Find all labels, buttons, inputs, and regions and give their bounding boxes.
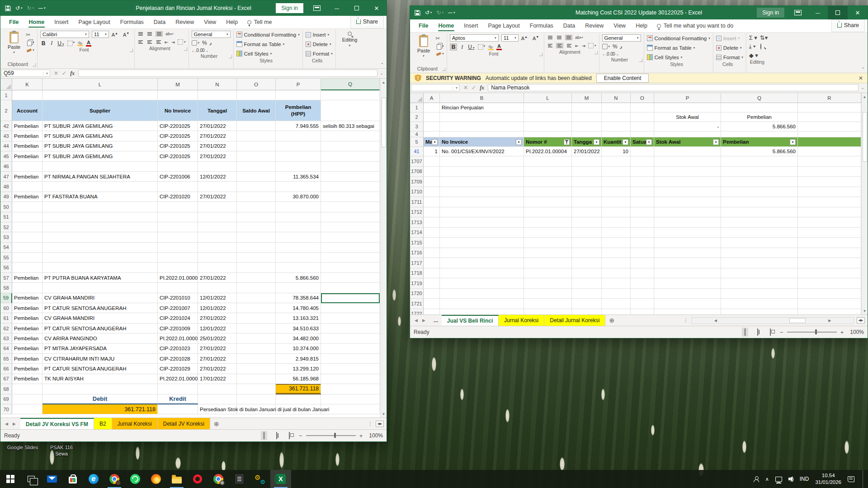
cell[interactable] (721, 103, 798, 113)
increase-indent-button[interactable]: ⇥ (171, 39, 175, 45)
cell[interactable] (602, 167, 631, 177)
cell[interactable] (424, 289, 440, 299)
cell[interactable] (276, 212, 321, 222)
cell[interactable] (158, 212, 198, 222)
cell[interactable]: 1 (424, 147, 440, 156)
wrap-text-button[interactable]: ab↩ (575, 34, 583, 41)
cell[interactable]: CIP-2201028 (158, 354, 198, 364)
cell[interactable] (424, 131, 440, 137)
cell[interactable] (798, 122, 861, 131)
copy-button[interactable]: ▾ (435, 43, 444, 49)
cell[interactable] (198, 394, 237, 404)
cell[interactable] (198, 162, 237, 172)
percent-button[interactable]: % (202, 40, 207, 46)
enable-content-button[interactable]: Enable Content (596, 74, 649, 83)
cell[interactable] (237, 293, 276, 303)
font-color-button[interactable]: A (86, 40, 91, 47)
row-header-1709[interactable]: 1709 (410, 177, 424, 187)
cell[interactable] (654, 197, 721, 207)
cell[interactable] (440, 177, 524, 187)
desktop-icon-label[interactable]: Sewa (45, 451, 78, 456)
dialog-launcher-icon[interactable] (442, 68, 445, 71)
sheet-tab-detail-jv-koreksi-vs-fm[interactable]: Detail JV Koreksi VS FM (20, 418, 94, 429)
column-header-M[interactable]: M (572, 93, 602, 103)
cell[interactable] (631, 147, 654, 156)
copy-button[interactable]: ▾ (26, 39, 34, 46)
cell[interactable]: Pembelian (12, 121, 42, 131)
cell[interactable]: Pembelian (12, 344, 42, 354)
row-header-1718[interactable]: 1718 (410, 268, 424, 279)
cell[interactable] (602, 309, 631, 315)
cell[interactable]: Satua▼ (631, 137, 654, 147)
cell[interactable]: 78.358.644 (276, 293, 321, 303)
cell[interactable] (321, 374, 380, 384)
cell[interactable] (237, 374, 276, 384)
cell[interactable] (237, 172, 276, 182)
cell[interactable] (524, 122, 572, 131)
row-header-2[interactable]: 2 (410, 113, 424, 122)
cell[interactable] (721, 309, 798, 315)
cell[interactable]: Pembelian (12, 313, 42, 323)
cell[interactable] (42, 202, 158, 212)
filter-dropdown-button[interactable]: ▼ (432, 139, 438, 145)
confirm-entry-icon[interactable]: ✓ (472, 84, 476, 91)
cell[interactable]: 27/01/2022 (198, 344, 237, 354)
cell[interactable] (424, 177, 440, 187)
borders-button[interactable]: ▾ (67, 41, 75, 46)
cell[interactable] (798, 278, 861, 289)
cell[interactable] (721, 299, 798, 309)
page-break-view-button[interactable] (767, 328, 774, 337)
cell[interactable] (654, 268, 721, 279)
column-header-A[interactable]: A (424, 93, 440, 103)
cell[interactable]: No Invoice (158, 100, 198, 121)
row-header-45[interactable]: 45 (0, 151, 12, 161)
customize-toolbar-icon[interactable]: ▾ (448, 11, 455, 14)
horizontal-scrollbar[interactable]: ◀▶ (691, 317, 854, 324)
cell[interactable] (12, 243, 42, 253)
cell[interactable] (524, 187, 572, 197)
cell[interactable] (237, 243, 276, 253)
collapse-ribbon-button[interactable]: ⌃ (380, 62, 384, 67)
share-button[interactable]: Share (350, 16, 384, 28)
minimize-button[interactable]: — (327, 0, 347, 16)
cell[interactable] (654, 217, 721, 228)
merge-center-button[interactable]: ▾ (178, 39, 186, 45)
cell[interactable] (237, 182, 276, 192)
zoom-in-button[interactable]: + (359, 432, 363, 439)
fill-button[interactable]: ⤓ ▾ (749, 43, 756, 50)
cell[interactable]: PI.2022.01.00006 (158, 333, 198, 343)
row-header-58[interactable]: 58 (0, 283, 12, 293)
cell[interactable]: 27/01/2022 (198, 121, 237, 131)
volume-icon[interactable]: ))) (788, 476, 793, 482)
cell[interactable] (424, 217, 440, 228)
cell[interactable]: PT NIRMALA PANGAN SEJAHTERA (42, 172, 158, 182)
menu-tab-view[interactable]: View (199, 17, 221, 28)
cell[interactable]: CIP-2201025 (158, 121, 198, 131)
row-header-1712[interactable]: 1712 (410, 207, 424, 218)
cell-styles-button[interactable]: Cell Styles▾ (647, 53, 710, 61)
scroll-down-arrow[interactable]: ▼ (381, 410, 387, 418)
cell[interactable] (524, 309, 572, 315)
cell[interactable] (198, 263, 237, 272)
cell[interactable]: 2.949.815 (276, 354, 321, 364)
row-header-46[interactable]: 46 (0, 162, 12, 172)
cell[interactable] (198, 182, 237, 192)
cell[interactable] (572, 207, 602, 218)
cell[interactable]: Pembelian (12, 172, 42, 182)
cell[interactable]: CIP-2201023 (158, 344, 198, 354)
cell[interactable]: Pembelian (12, 354, 42, 364)
row-header-1717[interactable]: 1717 (410, 258, 424, 268)
h-scrollbar-thumb[interactable] (789, 318, 806, 323)
row-header-57[interactable]: 57 (0, 273, 12, 283)
cell[interactable]: CIP-2201025 (158, 141, 198, 151)
cell[interactable] (321, 90, 380, 100)
sheet-tab-jurnal-koreksi[interactable]: Jurnal Koreksi (112, 418, 158, 429)
cell[interactable] (524, 268, 572, 279)
cell[interactable] (321, 324, 380, 333)
cell[interactable] (424, 299, 440, 309)
cell[interactable] (237, 283, 276, 293)
cell[interactable] (721, 238, 798, 248)
cell[interactable] (237, 131, 276, 141)
cell[interactable] (631, 131, 654, 137)
cell[interactable] (572, 248, 602, 258)
